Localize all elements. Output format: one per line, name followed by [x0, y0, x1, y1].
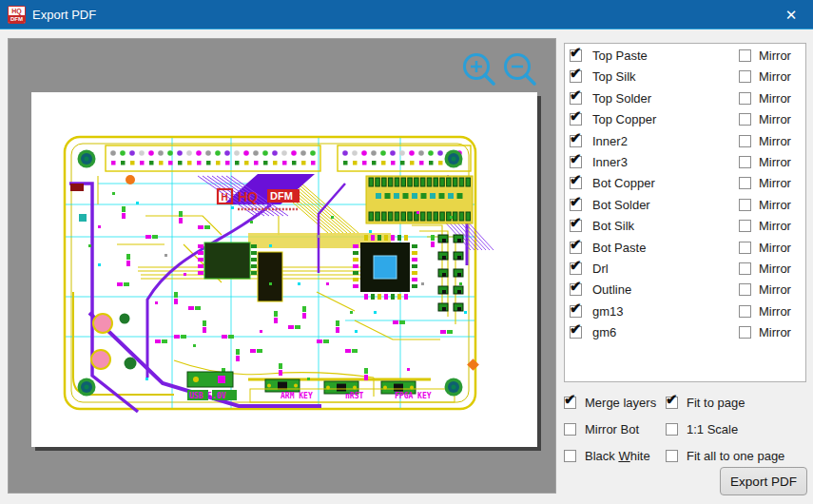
svg-text:HQ: HQ	[238, 189, 258, 204]
titlebar: HQ DFM Export PDF ✕	[0, 0, 813, 29]
mirror-label: Mirror	[759, 304, 791, 319]
mirror-checkbox[interactable]	[739, 113, 751, 126]
qfp-ic	[353, 235, 417, 300]
layer-label: Bot Paste	[592, 241, 646, 255]
mirror-label: Mirror	[759, 91, 791, 106]
layer-row: Top Silk Mirror	[565, 67, 805, 87]
layer-checkbox[interactable]	[570, 156, 582, 168]
layer-checkbox[interactable]	[570, 49, 582, 62]
svg-text:H: H	[222, 192, 228, 203]
black-white-checkbox[interactable]	[564, 450, 576, 462]
layer-label: Inner3	[592, 155, 628, 169]
mirror-label: Mirror	[759, 134, 791, 148]
mirror-checkbox[interactable]	[739, 283, 751, 296]
mirror-label: Mirror	[759, 112, 791, 126]
mirror-checkbox[interactable]	[739, 326, 751, 339]
mirror-checkbox[interactable]	[739, 305, 751, 318]
mirror-checkbox[interactable]	[739, 156, 751, 168]
pcb-preview-image: USB 5.0V ARM KEY nRST FPGA KEY H HQ DFM	[31, 92, 537, 447]
fit-to-page-checkbox[interactable]	[666, 397, 678, 409]
layer-label: Top Copper	[592, 112, 656, 126]
mirror-checkbox[interactable]	[739, 242, 751, 254]
layer-row: gm6 Mirror	[565, 322, 805, 343]
silkscreen-label: FPGA KEY	[395, 392, 432, 400]
layer-row: Outline Mirror	[565, 280, 805, 300]
layer-checkbox[interactable]	[570, 283, 582, 296]
mirror-label: Mirror	[759, 219, 791, 233]
layer-checkbox[interactable]	[570, 262, 582, 275]
mirror-label: Mirror	[759, 241, 791, 255]
layer-checkbox[interactable]	[570, 70, 582, 83]
layer-label: Drl	[592, 262, 609, 276]
layer-checkbox[interactable]	[570, 135, 582, 147]
layer-checkbox[interactable]	[570, 326, 582, 339]
merge-layers-checkbox[interactable]	[564, 397, 576, 409]
layer-row: Top Copper Mirror	[565, 109, 805, 130]
mirror-label: Mirror	[759, 176, 791, 190]
merge-layers-label: Merge layers	[585, 396, 656, 410]
mirror-checkbox[interactable]	[739, 199, 751, 211]
layer-label: Outline	[592, 282, 631, 297]
layer-checkbox[interactable]	[570, 177, 582, 189]
layer-row: Inner3 Mirror	[565, 152, 805, 173]
export-pdf-dialog: HQ DFM Export PDF ✕	[0, 0, 813, 504]
layer-list: Top Paste Mirror Top Silk Mirror Top Sol…	[564, 43, 806, 382]
layer-label: Top Silk	[592, 69, 636, 84]
layer-row: Top Solder Mirror	[565, 88, 805, 109]
layer-label: Bot Solder	[592, 198, 650, 212]
zoom-out-icon[interactable]	[502, 52, 538, 88]
window-title: Export PDF	[32, 0, 96, 29]
layer-row: Top Paste Mirror	[565, 46, 805, 67]
mirror-label: Mirror	[759, 198, 791, 212]
fit-all-one-page-checkbox[interactable]	[666, 450, 678, 462]
layer-row: Drl Mirror	[565, 259, 805, 280]
layer-row: Bot Silk Mirror	[565, 216, 805, 237]
mirror-bot-checkbox[interactable]	[564, 423, 576, 436]
mirror-label: Mirror	[759, 325, 791, 339]
fit-all-one-page-label: Fit all to one page	[687, 449, 784, 463]
mirror-checkbox[interactable]	[739, 220, 751, 232]
mirror-label: Mirror	[759, 69, 791, 84]
mirror-checkbox[interactable]	[739, 70, 751, 83]
mirror-checkbox[interactable]	[739, 177, 751, 189]
layer-row: Bot Paste Mirror	[565, 238, 805, 259]
layer-checkbox[interactable]	[570, 92, 582, 105]
layer-label: Top Paste	[592, 48, 648, 63]
close-icon[interactable]: ✕	[769, 0, 813, 29]
silkscreen-label: ARM KEY	[281, 392, 313, 400]
scale-1-1-label: 1:1 Scale	[687, 422, 738, 436]
black-white-label: Black White	[585, 449, 650, 463]
mirror-label: Mirror	[759, 155, 791, 169]
silkscreen-label: nRST	[345, 392, 363, 400]
pdf-page-preview: USB 5.0V ARM KEY nRST FPGA KEY H HQ DFM	[31, 92, 537, 447]
scale-1-1-checkbox[interactable]	[666, 423, 678, 436]
export-pdf-button[interactable]: Export PDF	[720, 467, 807, 495]
layer-label: Bot Silk	[592, 219, 634, 233]
mirror-checkbox[interactable]	[739, 262, 751, 275]
mirror-checkbox[interactable]	[739, 49, 751, 62]
mirror-bot-label: Mirror Bot	[585, 422, 639, 436]
mirror-label: Mirror	[759, 48, 791, 63]
export-options: Merge layers Fit to page Mirror Bot 1:1 …	[562, 394, 807, 474]
layer-row: Bot Copper Mirror	[565, 173, 805, 194]
layer-checkbox[interactable]	[570, 242, 582, 254]
layer-checkbox[interactable]	[570, 220, 582, 232]
layer-checkbox[interactable]	[570, 305, 582, 318]
layer-checkbox[interactable]	[570, 113, 582, 126]
mirror-label: Mirror	[759, 282, 791, 297]
layer-checkbox[interactable]	[570, 199, 582, 211]
zoom-in-icon[interactable]	[461, 52, 497, 88]
silkscreen-label: USB 5.0V	[189, 392, 226, 400]
layer-row: gm13 Mirror	[565, 301, 805, 322]
layer-label: gm6	[592, 325, 616, 339]
layer-row: Bot Solder Mirror	[565, 195, 805, 216]
layer-label: Top Solder	[592, 91, 651, 106]
mirror-label: Mirror	[759, 262, 791, 276]
mirror-checkbox[interactable]	[739, 135, 751, 147]
mirror-checkbox[interactable]	[739, 92, 751, 105]
svg-text:DFM: DFM	[270, 190, 293, 202]
layer-row: Inner2 Mirror	[565, 131, 805, 152]
layer-label: Bot Copper	[592, 176, 655, 190]
app-logo-icon: HQ DFM	[8, 6, 26, 24]
pcb-preview-panel: USB 5.0V ARM KEY nRST FPGA KEY H HQ DFM	[8, 38, 556, 494]
